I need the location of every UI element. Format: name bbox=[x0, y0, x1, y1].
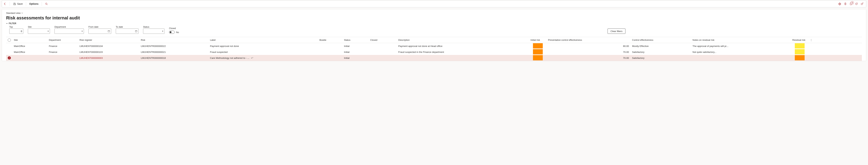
refresh-icon[interactable] bbox=[855, 2, 858, 5]
table-row[interactable]: MainOfficeFinanceLMUHENT000000103LMUHENT… bbox=[6, 49, 862, 55]
closed-toggle[interactable] bbox=[169, 31, 175, 34]
filter-row: Top Site ▾ Department ▾ From date bbox=[6, 25, 862, 37]
grid-header: Site Department Risk register Risk Label… bbox=[6, 37, 862, 43]
clear-filters-label: Clear filters bbox=[611, 30, 622, 33]
col-initial-risk[interactable]: Initial risk bbox=[529, 39, 547, 41]
svg-rect-2 bbox=[135, 30, 137, 32]
select-all[interactable] bbox=[6, 38, 12, 42]
chevron-down-icon: ▾ bbox=[48, 30, 49, 32]
top-label: Top bbox=[9, 26, 23, 28]
col-site[interactable]: Site bbox=[12, 39, 48, 41]
closed-value: No bbox=[176, 31, 179, 34]
check-icon: ✓ bbox=[8, 56, 11, 60]
department-select[interactable]: ▾ bbox=[55, 29, 84, 34]
status-label: Status bbox=[143, 26, 164, 28]
col-notes[interactable]: Notes on residual risk bbox=[691, 39, 791, 41]
col-residual-risk[interactable]: Residual risk bbox=[791, 39, 808, 41]
col-more[interactable]: ⋮ bbox=[808, 39, 814, 41]
col-control-effectiveness[interactable]: Control effectiveness bbox=[631, 39, 691, 41]
table-row[interactable]: MainOfficeFinanceLMUHENT000000104LMUHENT… bbox=[6, 43, 862, 49]
view-selector[interactable]: Standard view bbox=[6, 12, 862, 14]
cell-site: MainOffice bbox=[12, 45, 48, 47]
cell-residual-risk bbox=[791, 43, 808, 49]
col-department[interactable]: Department bbox=[48, 39, 78, 41]
col-closed[interactable]: Closed bbox=[369, 39, 397, 41]
risk-swatch bbox=[533, 49, 543, 55]
status-field: Status ▾ bbox=[143, 26, 164, 34]
cell-description: Fraud suspected in the Finance departmen… bbox=[397, 51, 529, 53]
cell-initial-risk bbox=[529, 55, 547, 61]
office-icon[interactable] bbox=[844, 2, 847, 5]
top-input[interactable] bbox=[9, 29, 23, 34]
chevron-down-icon: ▾ bbox=[82, 30, 83, 32]
badge-count: 0 bbox=[851, 1, 854, 4]
svg-rect-1 bbox=[108, 30, 110, 32]
site-label: Site bbox=[28, 26, 50, 28]
svg-point-0 bbox=[45, 3, 47, 4]
cell-residual-risk bbox=[791, 49, 808, 55]
risk-swatch bbox=[533, 55, 543, 60]
cell-control-effectiveness: Satisfactory bbox=[631, 51, 691, 53]
department-label: Department bbox=[55, 26, 84, 28]
col-description[interactable]: Description bbox=[397, 39, 529, 41]
to-date-field: To date bbox=[116, 26, 138, 34]
department-field: Department ▾ bbox=[55, 26, 84, 34]
save-button[interactable]: Save bbox=[13, 2, 23, 5]
col-risk-register[interactable]: Risk register bbox=[78, 39, 140, 41]
col-label[interactable]: Label bbox=[209, 39, 318, 41]
closed-field: Closed No bbox=[169, 27, 179, 34]
cell-description: Payment approval not done at Head office bbox=[397, 45, 529, 47]
cell-site: MainOffice bbox=[12, 51, 48, 53]
cell-risk-register[interactable]: LMUHENT000000003 bbox=[78, 57, 140, 59]
notification-badge[interactable]: 0 bbox=[849, 2, 852, 5]
cell-preventative: 70.00 bbox=[547, 51, 631, 53]
share-icon[interactable]: <° bbox=[251, 57, 253, 59]
cell-initial-risk bbox=[529, 49, 547, 55]
site-select[interactable]: ▾ bbox=[28, 29, 50, 34]
view-name: Standard view bbox=[6, 12, 21, 14]
content-card: Standard view Risk assessments for inter… bbox=[2, 9, 866, 61]
top-input-inner[interactable] bbox=[10, 30, 22, 33]
col-bowtie[interactable]: Bowtie bbox=[318, 39, 343, 41]
cell-status: Initial bbox=[343, 45, 369, 47]
diamond-icon[interactable] bbox=[838, 2, 841, 5]
cell-label: Fraud suspected bbox=[209, 51, 318, 53]
status-select[interactable]: ▾ bbox=[143, 29, 164, 34]
save-icon bbox=[13, 2, 16, 5]
cell-residual-risk bbox=[791, 55, 808, 61]
from-date-input[interactable] bbox=[88, 29, 111, 34]
risk-swatch bbox=[795, 43, 805, 48]
back-icon[interactable] bbox=[3, 2, 6, 5]
col-preventative[interactable]: Preventative control effectiveness bbox=[547, 39, 631, 41]
cell-risk-register: LMUHENT000000103 bbox=[78, 51, 140, 53]
filter-header-label: FILTER bbox=[9, 22, 16, 25]
cell-risk: LMUHENTR000000021 bbox=[140, 51, 209, 53]
caret-down-icon bbox=[6, 23, 8, 24]
filter-section-toggle[interactable]: FILTER bbox=[6, 22, 862, 25]
chevron-down-icon: ▾ bbox=[162, 30, 163, 32]
col-status[interactable]: Status bbox=[343, 39, 369, 41]
col-risk[interactable]: Risk bbox=[140, 39, 209, 41]
from-date-field: From date bbox=[88, 26, 111, 34]
popout-icon[interactable] bbox=[861, 2, 864, 5]
calendar-icon bbox=[135, 30, 137, 32]
to-date-input[interactable] bbox=[116, 29, 138, 34]
toggle-thumb bbox=[170, 31, 172, 33]
site-field: Site ▾ bbox=[28, 26, 50, 34]
top-field: Top bbox=[9, 26, 23, 34]
clear-filters-button[interactable]: Clear filters bbox=[608, 29, 625, 34]
cell-status: Initial bbox=[343, 57, 369, 59]
calendar-icon bbox=[108, 30, 110, 32]
cell-risk: LMUHENTR000000018 bbox=[140, 57, 209, 59]
row-selector[interactable]: ✓ bbox=[6, 56, 12, 60]
cell-control-effectiveness: Satisfactory bbox=[631, 57, 691, 59]
search-icon[interactable] bbox=[45, 2, 48, 5]
app-toolbar: Save Options 0 bbox=[2, 0, 866, 7]
cell-notes: Not quite satisfactory... bbox=[691, 51, 791, 53]
cell-risk: LMUHENTR000000022 bbox=[140, 45, 209, 47]
cell-preventative: 80.00 bbox=[547, 45, 631, 47]
table-row[interactable]: ✓LMUHENT000000003LMUHENTR000000018Care M… bbox=[6, 55, 862, 61]
options-button[interactable]: Options bbox=[29, 2, 38, 5]
save-label: Save bbox=[17, 2, 23, 5]
cell-notes: The approval of payments will pr... bbox=[691, 45, 791, 47]
